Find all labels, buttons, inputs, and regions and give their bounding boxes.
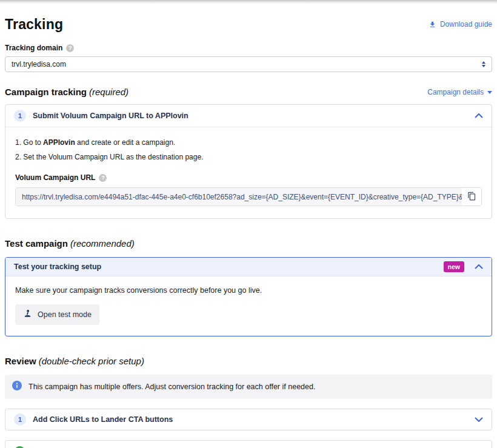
- campaign-url-panel-title: Submit Voluum Campaign URL to APPlovin: [33, 112, 468, 120]
- info-icon: [12, 381, 22, 393]
- campaign-url-field: https://trvl.tryledisa.com/e4494a51-dfac…: [15, 187, 482, 206]
- multiple-offers-info-text: This campaign has multiple offers. Adjus…: [28, 383, 315, 391]
- help-icon[interactable]: ?: [66, 44, 74, 52]
- chevron-up-icon: [475, 264, 483, 269]
- multiple-offers-info-banner: This campaign has multiple offers. Adjus…: [5, 375, 492, 399]
- section-note: (required): [89, 87, 128, 97]
- step-number-badge: 1: [14, 110, 26, 122]
- click-urls-panel-title: Add Click URLs to Lander CTA buttons: [33, 415, 468, 424]
- test-campaign-section-header: Test campaign(recommended): [5, 238, 492, 249]
- test-tracking-panel-title: Test your tracking setup: [14, 262, 437, 271]
- review-section-header: Review(double-check prior setup): [5, 356, 492, 366]
- page-header: Tracking Download guide: [5, 16, 492, 33]
- campaign-url-panel-body: 1. Go to APPlovin and create or edit a c…: [5, 127, 492, 218]
- section-note: (double-check prior setup): [39, 356, 144, 366]
- copy-url-button[interactable]: [462, 188, 481, 206]
- instruction-step-1: 1. Go to APPlovin and create or edit a c…: [15, 138, 482, 147]
- test-campaign-heading: Test campaign(recommended): [5, 238, 135, 249]
- instruction-step-2: 2. Set the Voluum Campaign URL as the de…: [15, 153, 482, 161]
- click-urls-panel: 1 Add Click URLs to Lander CTA buttons: [5, 409, 492, 430]
- voluum-campaign-url-label: Voluum Campaign URL: [15, 173, 95, 182]
- help-icon[interactable]: ?: [99, 174, 107, 182]
- campaign-url-panel: 1 Submit Voluum Campaign URL to APPlovin…: [5, 104, 492, 219]
- campaign-details-link[interactable]: Campaign details: [427, 88, 492, 96]
- postback-url-panel-header[interactable]: Submit Voluum Postback URL to partner pl…: [5, 441, 492, 448]
- copy-icon: [467, 192, 476, 202]
- page-title: Tracking: [5, 16, 63, 33]
- download-guide-label: Download guide: [440, 20, 492, 28]
- step-number-badge: 1: [14, 413, 26, 426]
- campaign-details-label: Campaign details: [427, 88, 484, 96]
- select-stepper-icon: [482, 61, 485, 67]
- campaign-url-panel-header[interactable]: 1 Submit Voluum Campaign URL to APPlovin: [5, 105, 492, 127]
- section-note: (recommended): [70, 238, 135, 249]
- campaign-tracking-heading: Campaign tracking(required): [5, 87, 128, 97]
- test-tracking-description: Make sure your campaign tracks conversio…: [15, 286, 482, 295]
- tracking-domain-label: Tracking domain: [5, 44, 62, 52]
- new-badge: new: [444, 261, 464, 272]
- green-check-icon: [14, 446, 25, 448]
- tracking-domain-label-row: Tracking domain ?: [5, 44, 492, 52]
- chevron-up-icon: [475, 113, 483, 118]
- open-test-mode-label: Open test mode: [38, 310, 92, 319]
- tracking-domain-select[interactable]: trvl.tryledisa.com: [5, 56, 492, 72]
- joystick-icon: [23, 309, 32, 320]
- campaign-tracking-section-header: Campaign tracking(required) Campaign det…: [5, 87, 492, 97]
- review-heading: Review(double-check prior setup): [5, 356, 144, 366]
- voluum-campaign-url-label-row: Voluum Campaign URL ?: [15, 173, 482, 182]
- open-test-mode-button[interactable]: Open test mode: [15, 304, 99, 325]
- download-guide-link[interactable]: Download guide: [429, 20, 492, 28]
- campaign-url-value[interactable]: https://trvl.tryledisa.com/e4494a51-dfac…: [16, 188, 462, 206]
- tracking-domain-value: trvl.tryledisa.com: [12, 60, 66, 69]
- chevron-down-icon: [475, 417, 483, 422]
- top-shadow: [0, 0, 497, 4]
- postback-url-panel: Submit Voluum Postback URL to partner pl…: [5, 440, 492, 448]
- click-urls-panel-header[interactable]: 1 Add Click URLs to Lander CTA buttons: [5, 409, 492, 430]
- test-tracking-panel-header[interactable]: Test your tracking setup new: [5, 258, 492, 276]
- chevron-down-icon: [487, 91, 492, 94]
- test-tracking-panel-body: Make sure your campaign tracks conversio…: [5, 276, 492, 336]
- download-icon: [429, 21, 436, 28]
- tracking-page: Tracking Download guide Tracking domain …: [0, 16, 497, 448]
- test-tracking-panel: Test your tracking setup new Make sure y…: [5, 257, 492, 336]
